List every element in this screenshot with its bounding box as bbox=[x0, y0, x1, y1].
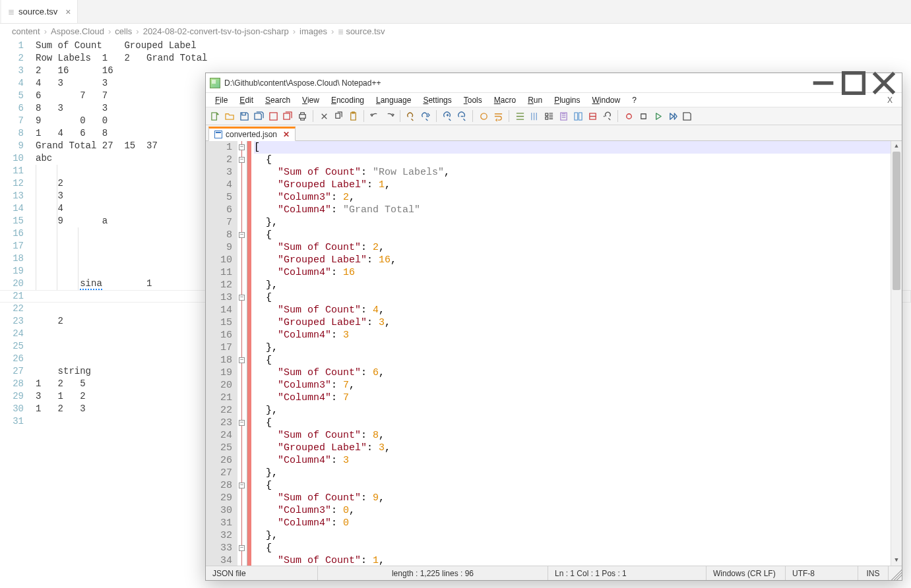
func-list-icon[interactable] bbox=[542, 109, 555, 123]
code-line[interactable]: "Column4": 16 bbox=[254, 266, 891, 279]
paste-icon[interactable] bbox=[346, 109, 360, 123]
code-line[interactable]: "Sum of Count": 2, bbox=[254, 241, 891, 254]
zoom-in-icon[interactable] bbox=[441, 109, 454, 123]
code-line[interactable]: { bbox=[254, 291, 891, 304]
indent-guide-icon[interactable] bbox=[528, 109, 541, 123]
menu-search[interactable]: Search bbox=[260, 94, 296, 106]
code-line[interactable]: }, bbox=[254, 279, 891, 291]
scroll-thumb[interactable] bbox=[893, 152, 900, 290]
breadcrumb-segment[interactable]: images bbox=[299, 26, 327, 36]
code-line[interactable]: "Column4": 0 bbox=[254, 517, 891, 529]
menu-edit[interactable]: Edit bbox=[234, 94, 259, 106]
menu-tools[interactable]: Tools bbox=[458, 94, 487, 106]
maximize-button[interactable] bbox=[838, 73, 869, 93]
code-line[interactable]: { bbox=[254, 417, 891, 429]
fold-toggle-icon[interactable]: − bbox=[239, 545, 245, 551]
run-multi-icon[interactable] bbox=[666, 109, 679, 123]
code-line[interactable]: "Grouped Label": 3, bbox=[254, 442, 891, 454]
code-line[interactable]: "Column4": 3 bbox=[254, 329, 891, 341]
scroll-up-icon[interactable]: ▲ bbox=[891, 141, 902, 152]
code-line[interactable]: }, bbox=[254, 341, 891, 354]
copy-icon[interactable] bbox=[332, 109, 345, 123]
close-all-icon[interactable] bbox=[281, 109, 294, 123]
zoom-out-icon[interactable] bbox=[455, 109, 468, 123]
menu-encoding[interactable]: Encoding bbox=[326, 94, 369, 106]
menu-?[interactable]: ? bbox=[627, 94, 642, 106]
open-file-icon[interactable] bbox=[223, 109, 236, 123]
code-line[interactable]: "Sum of Count": 9, bbox=[254, 492, 891, 504]
print-icon[interactable] bbox=[296, 109, 309, 123]
menu-settings[interactable]: Settings bbox=[418, 94, 456, 106]
breadcrumb-segment[interactable]: cells bbox=[115, 26, 132, 36]
stop-macro-icon[interactable] bbox=[637, 109, 650, 123]
find-icon[interactable] bbox=[404, 109, 418, 123]
fold-toggle-icon[interactable]: − bbox=[239, 144, 245, 150]
breadcrumb[interactable]: content›Aspose.Cloud›cells›2024-08-02-co… bbox=[0, 24, 911, 38]
code-line[interactable]: "Column3": 2, bbox=[254, 191, 891, 204]
code-line[interactable]: [ bbox=[254, 141, 891, 154]
code-content[interactable]: [ { "Sum of Count": "Row Labels", "Group… bbox=[251, 141, 891, 566]
close-button[interactable] bbox=[869, 73, 899, 93]
menu-run[interactable]: Run bbox=[522, 94, 548, 106]
code-line[interactable]: { bbox=[254, 354, 891, 367]
fold-toggle-icon[interactable]: − bbox=[239, 483, 245, 488]
minimize-button[interactable] bbox=[808, 73, 838, 93]
code-line[interactable]: }, bbox=[254, 529, 891, 542]
scroll-down-icon[interactable]: ▼ bbox=[891, 555, 902, 566]
code-line[interactable]: "Column3": 0, bbox=[254, 504, 891, 517]
menu-plugins[interactable]: Plugins bbox=[549, 94, 585, 106]
toolbar[interactable] bbox=[206, 107, 902, 125]
code-line[interactable]: }, bbox=[254, 467, 891, 479]
code-line[interactable]: "Grouped Label": 3, bbox=[254, 316, 891, 329]
code-line[interactable]: "Sum of Count": 4, bbox=[254, 304, 891, 316]
replace-icon[interactable] bbox=[419, 109, 432, 123]
doc-map-icon[interactable] bbox=[557, 109, 570, 123]
code-line[interactable]: "Sum of Count": 8, bbox=[254, 429, 891, 442]
redo-icon[interactable] bbox=[383, 109, 396, 123]
code-line[interactable]: { bbox=[254, 154, 891, 166]
show-all-icon[interactable] bbox=[513, 109, 526, 123]
code-line[interactable]: Row Labels 1 2 Grand Total bbox=[36, 52, 911, 65]
code-line[interactable]: { bbox=[254, 479, 891, 492]
play-macro-icon[interactable] bbox=[651, 109, 664, 123]
breadcrumb-segment[interactable]: Aspose.Cloud bbox=[51, 26, 104, 36]
code-line[interactable]: "Grouped Label": 1, bbox=[254, 179, 891, 191]
code-line[interactable]: "Column3": 7, bbox=[254, 379, 891, 392]
menu-language[interactable]: Language bbox=[371, 94, 416, 106]
breadcrumb-segment[interactable]: ≣source.tsv bbox=[338, 26, 385, 36]
tab-converted-json[interactable]: converted.json ✕ bbox=[208, 127, 296, 141]
code-line[interactable]: }, bbox=[254, 216, 891, 229]
menubar-close-icon[interactable]: X bbox=[882, 94, 898, 106]
fold-toggle-icon[interactable]: − bbox=[239, 157, 245, 163]
breadcrumb-segment[interactable]: 2024-08-02-convert-tsv-to-json-csharp bbox=[143, 26, 289, 36]
record-macro-icon[interactable] bbox=[622, 109, 635, 123]
code-line[interactable]: "Sum of Count": "Row Labels", bbox=[254, 166, 891, 179]
new-file-icon[interactable] bbox=[208, 109, 222, 123]
menu-macro[interactable]: Macro bbox=[489, 94, 521, 106]
code-line[interactable]: "Column4": "Grand Total" bbox=[254, 204, 891, 216]
menu-window[interactable]: Window bbox=[587, 94, 626, 106]
save-macro-icon[interactable] bbox=[680, 109, 693, 123]
undo-icon[interactable] bbox=[368, 109, 381, 123]
code-line[interactable]: "Column4": 7 bbox=[254, 392, 891, 404]
code-line[interactable]: "Sum of Count": 1, bbox=[254, 554, 891, 566]
titlebar[interactable]: D:\Github\content\Aspose.Cloud\ Notepad+… bbox=[206, 73, 902, 93]
doc-list-icon[interactable] bbox=[571, 109, 584, 123]
code-line[interactable]: "Column4": 3 bbox=[254, 454, 891, 467]
menu-file[interactable]: File bbox=[210, 94, 233, 106]
folder-workspace-icon[interactable] bbox=[586, 109, 599, 123]
code-line[interactable]: }, bbox=[254, 404, 891, 417]
code-line[interactable]: { bbox=[254, 229, 891, 241]
code-line[interactable]: "Grouped Label": 16, bbox=[254, 254, 891, 266]
vertical-scrollbar[interactable]: ▲ ▼ bbox=[891, 141, 902, 566]
tab-close-icon[interactable]: ✕ bbox=[283, 130, 290, 139]
wrap-icon[interactable] bbox=[491, 109, 505, 123]
cut-icon[interactable] bbox=[317, 109, 330, 123]
menubar[interactable]: FileEditSearchViewEncodingLanguageSettin… bbox=[206, 93, 902, 107]
save-icon[interactable] bbox=[237, 109, 251, 123]
sync-icon[interactable] bbox=[477, 109, 490, 123]
close-icon[interactable]: × bbox=[65, 7, 71, 17]
breadcrumb-segment[interactable]: content bbox=[12, 26, 40, 36]
monitor-icon[interactable] bbox=[600, 109, 613, 123]
fold-toggle-icon[interactable]: − bbox=[239, 357, 245, 363]
